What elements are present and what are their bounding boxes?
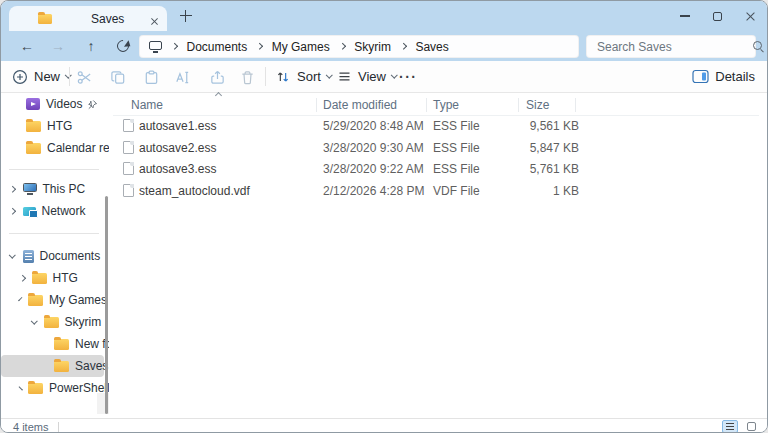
column-header-name[interactable]: Name (131, 98, 163, 112)
view-button[interactable]: View (337, 61, 396, 92)
sidebar-item-new-folder[interactable]: New folder (1, 333, 104, 355)
sidebar-item-label: New folder (75, 337, 109, 351)
sidebar-item-htg[interactable]: HTG (1, 267, 104, 289)
navigation-bar: ← → ↑ Documents My Games Skyrim Saves (1, 31, 767, 61)
search-input[interactable] (587, 40, 752, 54)
breadcrumb-skyrim[interactable]: Skyrim (350, 40, 395, 54)
sidebar-item-documents[interactable]: Documents (1, 245, 104, 267)
icons-view-toggle[interactable] (743, 420, 759, 433)
chevron-right-icon[interactable] (19, 386, 23, 390)
chevron-down-icon[interactable] (19, 297, 23, 301)
sidebar-item-calendar-replace[interactable]: Calendar replace (1, 137, 104, 159)
new-tab-button[interactable] (179, 9, 193, 23)
details-pane-icon (692, 69, 709, 84)
file-date-modified: 3/28/2020 9:30 AM (323, 141, 424, 155)
sidebar-item-saves[interactable]: Saves (1, 355, 104, 377)
sidebar-item-this-pc[interactable]: This PC (1, 178, 104, 200)
file-icon (123, 119, 134, 132)
file-row-autosave1[interactable]: autosave1.ess 5/29/2020 8:48 AM ESS File… (113, 116, 767, 138)
more-options-button[interactable]: ··· (399, 61, 418, 92)
column-divider[interactable] (316, 98, 317, 112)
sidebar-item-label: My Games (49, 293, 107, 307)
sidebar-item-powershell[interactable]: PowerShell (1, 377, 104, 399)
column-header-type[interactable]: Type (433, 98, 459, 112)
address-bar[interactable]: Documents My Games Skyrim Saves (139, 35, 579, 58)
sidebar-divider (9, 169, 99, 170)
file-row-autosave3[interactable]: autosave3.ess 3/28/2020 9:22 AM ESS File… (113, 159, 767, 181)
sort-button[interactable]: Sort (275, 61, 331, 92)
navigation-pane: Videos HTG Calendar replace This PC Netw… (1, 93, 109, 418)
forward-button[interactable]: → (47, 35, 69, 57)
delete-button[interactable] (234, 68, 260, 86)
sidebar-item-label: HTG (53, 271, 78, 285)
file-row-steam-autocloud[interactable]: steam_autocloud.vdf 2/12/2026 4:28 PM VD… (113, 181, 767, 203)
file-type: ESS File (433, 141, 480, 155)
cut-button[interactable] (71, 68, 97, 86)
column-header-date-modified[interactable]: Date modified (323, 98, 397, 112)
column-divider[interactable] (426, 98, 427, 112)
chevron-right-icon[interactable] (9, 186, 15, 192)
sort-button-label: Sort (297, 69, 321, 84)
file-row-autosave2[interactable]: autosave2.ess 3/28/2020 9:30 AM ESS File… (113, 138, 767, 160)
column-divider[interactable] (575, 98, 576, 112)
breadcrumb-saves[interactable]: Saves (411, 40, 452, 54)
file-size: 5,847 KB (499, 141, 579, 155)
items-count: 4 items (13, 421, 48, 433)
explorer-tab[interactable]: Saves (9, 6, 167, 31)
folder-icon (54, 361, 69, 372)
chevron-right-icon[interactable] (256, 43, 262, 49)
chevron-right-icon[interactable] (9, 208, 15, 214)
maximize-button[interactable] (701, 1, 734, 31)
sidebar-item-network[interactable]: Network (1, 200, 104, 222)
search-icon (752, 40, 765, 53)
minimize-button[interactable] (668, 1, 701, 31)
share-button[interactable] (204, 68, 230, 86)
file-date-modified: 2/12/2026 4:28 PM (323, 184, 424, 198)
ellipsis-icon: ··· (399, 69, 418, 85)
folder-icon (44, 317, 59, 328)
up-button[interactable]: ↑ (80, 35, 102, 57)
breadcrumb-documents[interactable]: Documents (183, 40, 252, 54)
sidebar-item-my-games[interactable]: My Games (1, 289, 104, 311)
file-icon (123, 184, 134, 197)
status-divider (58, 422, 59, 432)
share-icon (209, 69, 226, 86)
details-view-toggle[interactable] (722, 420, 738, 433)
details-pane-button[interactable]: Details (692, 61, 755, 92)
column-header-size[interactable]: Size (526, 98, 549, 112)
sidebar-item-htg-pinned[interactable]: HTG (1, 115, 104, 137)
file-size: 5,761 KB (499, 162, 579, 176)
chevron-down-icon (326, 72, 332, 78)
sort-icon (275, 69, 291, 85)
sidebar-item-label: Network (42, 204, 86, 218)
sidebar-scrollbar-thumb[interactable] (105, 196, 108, 414)
chevron-right-icon[interactable] (19, 275, 25, 281)
file-type: ESS File (433, 162, 480, 176)
refresh-icon[interactable] (115, 38, 132, 55)
file-icon (123, 162, 134, 175)
copy-icon (110, 69, 127, 86)
file-name: autosave1.ess (139, 119, 216, 133)
breadcrumb-my-games[interactable]: My Games (268, 40, 334, 54)
sidebar-divider (9, 233, 99, 234)
chevron-right-icon[interactable] (400, 43, 406, 49)
close-button[interactable] (734, 1, 767, 31)
chevron-right-icon[interactable] (171, 43, 177, 49)
new-button[interactable]: New (12, 61, 71, 92)
chevron-down-icon[interactable] (9, 251, 15, 257)
sort-ascending-icon (215, 92, 222, 99)
sidebar-item-skyrim[interactable]: Skyrim (1, 311, 104, 333)
paste-button[interactable] (138, 68, 164, 86)
file-rows: autosave1.ess 5/29/2020 8:48 AM ESS File… (113, 116, 767, 202)
chevron-down-icon[interactable] (31, 317, 37, 323)
details-button-label: Details (715, 69, 755, 84)
column-divider[interactable] (518, 98, 519, 112)
tab-close-icon[interactable] (149, 13, 160, 31)
file-icon (123, 141, 134, 154)
rename-button[interactable] (169, 68, 195, 86)
copy-button[interactable] (105, 68, 131, 86)
back-button[interactable]: ← (16, 35, 38, 57)
this-pc-icon[interactable] (149, 41, 162, 50)
sidebar-item-videos[interactable]: Videos (1, 93, 104, 115)
chevron-right-icon[interactable] (339, 43, 345, 49)
